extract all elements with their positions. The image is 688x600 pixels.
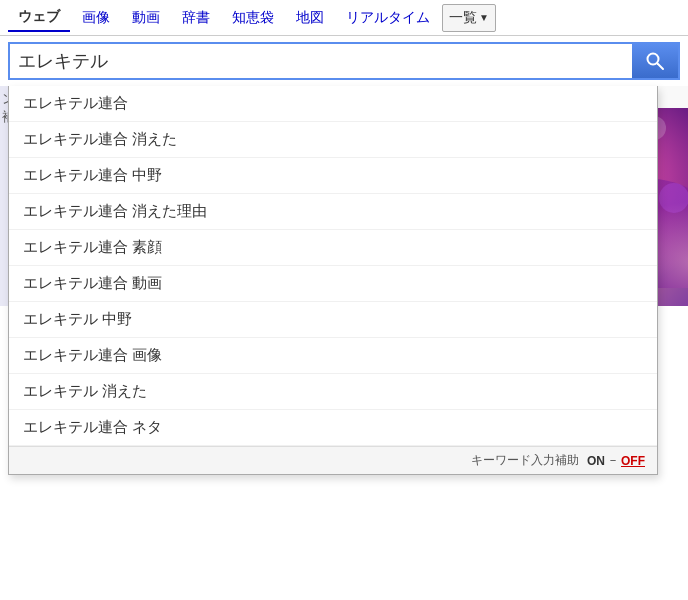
- search-input[interactable]: [10, 44, 632, 78]
- nav-item-images[interactable]: 画像: [72, 5, 120, 31]
- svg-point-7: [659, 183, 688, 213]
- autocomplete-footer: キーワード入力補助 ON － OFF: [9, 446, 657, 474]
- autocomplete-item-3[interactable]: エレキテル連合 消えた理由: [9, 194, 657, 230]
- autocomplete-item-4[interactable]: エレキテル連合 素顔: [9, 230, 657, 266]
- autocomplete-item-8[interactable]: エレキテル 消えた: [9, 374, 657, 410]
- nav-item-chiebukuro[interactable]: 知恵袋: [222, 5, 284, 31]
- autocomplete-item-7[interactable]: エレキテル連合 画像: [9, 338, 657, 374]
- nav-item-realtime[interactable]: リアルタイム: [336, 5, 440, 31]
- nav-item-map[interactable]: 地図: [286, 5, 334, 31]
- search-input-wrapper: [8, 42, 680, 80]
- nav-item-dictionary[interactable]: 辞書: [172, 5, 220, 31]
- autocomplete-item-5[interactable]: エレキテル連合 動画: [9, 266, 657, 302]
- autocomplete-off-label[interactable]: OFF: [621, 454, 645, 468]
- nav-item-web[interactable]: ウェブ: [8, 4, 70, 32]
- autocomplete-footer-label: キーワード入力補助: [471, 452, 579, 469]
- autocomplete-item-6[interactable]: エレキテル 中野: [9, 302, 657, 338]
- nav-item-video[interactable]: 動画: [122, 5, 170, 31]
- search-area: エレキテル連合 エレキテル連合 消えた エレキテル連合 中野 エレキテル連合 消…: [0, 36, 688, 86]
- nav-bar: ウェブ 画像 動画 辞書 知恵袋 地図 リアルタイム 一覧 ▼: [0, 0, 688, 36]
- autocomplete-item-9[interactable]: エレキテル連合 ネタ: [9, 410, 657, 446]
- nav-more-dropdown[interactable]: 一覧 ▼: [442, 4, 496, 32]
- search-button[interactable]: [632, 44, 678, 78]
- svg-line-1: [658, 64, 664, 70]
- autocomplete-item-2[interactable]: エレキテル連合 中野: [9, 158, 657, 194]
- chevron-down-icon: ▼: [479, 12, 489, 23]
- nav-more-label: 一覧: [449, 9, 477, 27]
- autocomplete-dropdown: エレキテル連合 エレキテル連合 消えた エレキテル連合 中野 エレキテル連合 消…: [8, 86, 658, 475]
- autocomplete-separator: －: [607, 452, 619, 469]
- search-icon: [645, 51, 665, 71]
- autocomplete-on-label[interactable]: ON: [587, 454, 605, 468]
- autocomplete-item-1[interactable]: エレキテル連合 消えた: [9, 122, 657, 158]
- autocomplete-item-0[interactable]: エレキテル連合: [9, 86, 657, 122]
